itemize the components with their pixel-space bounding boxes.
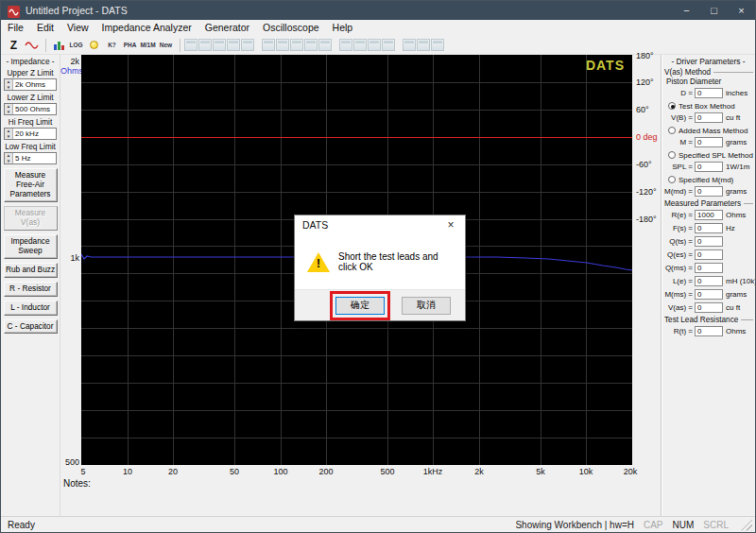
radio-test-box-method[interactable]: Test Box Method xyxy=(662,100,755,112)
spinner-arrows-icon[interactable]: ▲▼ xyxy=(5,104,13,114)
field-le-input[interactable]: 0 xyxy=(695,276,723,286)
field-label: R(t) = xyxy=(663,327,693,335)
low-freq-limit-value[interactable]: 5 Hz xyxy=(13,153,56,163)
dialog-close-button[interactable]: × xyxy=(437,215,465,234)
log-scale-icon[interactable]: LOG xyxy=(68,37,84,53)
radio-label: Specified SPL Method xyxy=(679,151,753,160)
m1m-icon[interactable]: M/1M xyxy=(140,37,156,53)
lower-z-limit-field[interactable]: ▲▼ 500 Ohms xyxy=(4,103,57,115)
hi-freq-limit-field[interactable]: ▲▼ 20 kHz xyxy=(4,128,57,140)
field-unit: Ohms xyxy=(726,211,746,219)
toolbar-tile-icon xyxy=(368,39,381,51)
toolbar-tile-icon xyxy=(403,39,416,51)
field-qts-input[interactable]: 0 xyxy=(695,236,723,247)
impedance-sweep-button[interactable]: Impedance Sweep xyxy=(4,234,58,259)
menu-generator[interactable]: Generator xyxy=(198,20,256,36)
hi-freq-limit-label: Hi Freq Limit xyxy=(3,118,58,127)
field-re-input[interactable]: 1000 xyxy=(695,210,723,220)
toolbar-tile-icon xyxy=(262,39,275,51)
measure-free-air-button[interactable]: Measure Free-Air Parameters xyxy=(4,168,58,202)
field-mms-input[interactable]: 0 xyxy=(695,289,723,300)
phase-icon[interactable]: PHA xyxy=(122,37,138,53)
radio-icon[interactable] xyxy=(668,176,676,183)
upper-z-limit-value[interactable]: 2k Ohms xyxy=(13,79,56,90)
field-qms: Q(ms) = 0 xyxy=(662,262,755,274)
radio-icon[interactable] xyxy=(668,127,676,134)
menu-help[interactable]: Help xyxy=(326,20,360,36)
bar-graph-icon[interactable] xyxy=(50,37,66,53)
field-qes-input[interactable]: 0 xyxy=(695,249,723,260)
window-controls: − □ × xyxy=(673,1,755,20)
field-fs: F(s) = 0 Hz xyxy=(662,222,755,234)
radio-added-mass-method[interactable]: Added Mass Method xyxy=(662,125,755,136)
rub-and-buzz-button[interactable]: Rub and Buzz xyxy=(4,263,58,278)
field-d-input[interactable]: 0 xyxy=(695,88,723,98)
close-button[interactable]: × xyxy=(728,1,755,20)
field-unit: Ohms xyxy=(726,327,746,335)
sine-wave-icon[interactable] xyxy=(24,37,40,53)
radio-specified-spl-method[interactable]: Specified SPL Method xyxy=(662,149,755,161)
menu-file[interactable]: File xyxy=(1,20,30,36)
radio-icon[interactable] xyxy=(668,102,676,110)
dialog-message: Short the test leads and click OK xyxy=(338,251,457,272)
impedance-z-icon[interactable]: Z xyxy=(6,37,22,53)
field-rt-input[interactable]: 0 xyxy=(695,326,723,336)
maximize-button[interactable]: □ xyxy=(700,1,728,20)
lower-z-limit-value[interactable]: 500 Ohms xyxy=(13,104,56,114)
hint-bulb-icon[interactable] xyxy=(86,37,102,53)
field-spl-input[interactable]: 0 xyxy=(695,162,723,172)
new-icon[interactable]: New xyxy=(158,37,174,53)
phase-tick-neg120: -120° xyxy=(636,187,657,197)
menu-edit[interactable]: Edit xyxy=(30,20,60,36)
menu-view[interactable]: View xyxy=(60,20,95,36)
help-k-icon[interactable]: K? xyxy=(104,37,120,53)
toolbar-tile-icon xyxy=(276,39,289,51)
field-mmd-input[interactable]: 0 xyxy=(695,186,723,197)
spinner-arrows-icon[interactable]: ▲▼ xyxy=(5,79,13,90)
radio-icon[interactable] xyxy=(668,151,676,159)
capacitor-button[interactable]: C - Capacitor xyxy=(4,319,58,335)
freq-tick-5k: 5k xyxy=(536,467,545,476)
menu-impedance-analyzer[interactable]: Impedance Analyzer xyxy=(95,20,198,36)
menu-oscilloscope[interactable]: Oscilloscope xyxy=(256,20,326,36)
minimize-button[interactable]: − xyxy=(673,1,700,20)
dialog-body: ! Short the test leads and click OK xyxy=(295,234,465,289)
field-unit: grams xyxy=(726,138,747,146)
status-ready: Ready xyxy=(1,520,515,530)
spinner-arrows-icon[interactable]: ▲▼ xyxy=(5,129,13,139)
field-vb-input[interactable]: 0 xyxy=(695,112,723,123)
dats-logo: DATS xyxy=(586,58,625,73)
freq-tick-2k: 2k xyxy=(474,467,484,476)
field-re: R(e) = 1000 Ohms xyxy=(662,209,755,221)
field-qms-input[interactable]: 0 xyxy=(695,263,723,273)
field-label: V(B) = xyxy=(663,113,693,122)
upper-z-limit-field[interactable]: ▲▼ 2k Ohms xyxy=(4,78,57,91)
title-bar: Untitled Project - DATS − □ × xyxy=(1,1,755,20)
field-unit: grams xyxy=(726,290,747,299)
toolbar-tile-icon xyxy=(431,39,444,51)
menu-bar: File Edit View Impedance Analyzer Genera… xyxy=(1,20,755,36)
inductor-button[interactable]: L - Inductor xyxy=(4,301,58,316)
hi-freq-limit-value[interactable]: 20 kHz xyxy=(13,129,56,139)
freq-tick-1khz: 1kHz xyxy=(423,467,443,476)
toolbar-separator xyxy=(180,39,180,52)
low-freq-limit-field[interactable]: ▲▼ 5 Hz xyxy=(4,152,57,164)
field-unit: inches xyxy=(726,89,747,97)
field-m-input[interactable]: 0 xyxy=(695,137,723,147)
radio-specified-mmd[interactable]: Specified M(md) xyxy=(662,174,755,185)
caps-lock-indicator: CAP xyxy=(644,520,663,530)
ok-button[interactable]: 确定 xyxy=(335,297,385,315)
spinner-arrows-icon[interactable]: ▲▼ xyxy=(5,153,13,163)
resize-grip[interactable] xyxy=(740,519,752,531)
radio-label: Added Mass Method xyxy=(679,127,747,135)
window-title: Untitled Project - DATS xyxy=(26,5,673,16)
field-fs-input[interactable]: 0 xyxy=(695,223,723,233)
app-window: Untitled Project - DATS − □ × File Edit … xyxy=(0,0,756,533)
field-vas-input[interactable]: 0 xyxy=(695,302,723,313)
toolbar-tile-icon xyxy=(382,39,395,51)
phase-tick-60: 60° xyxy=(636,105,649,114)
field-label: D = xyxy=(663,89,693,97)
resistor-button[interactable]: R - Resistor xyxy=(4,282,58,297)
cancel-button[interactable]: 取消 xyxy=(402,297,451,315)
z-axis-tick-1k: 1k xyxy=(60,253,79,263)
